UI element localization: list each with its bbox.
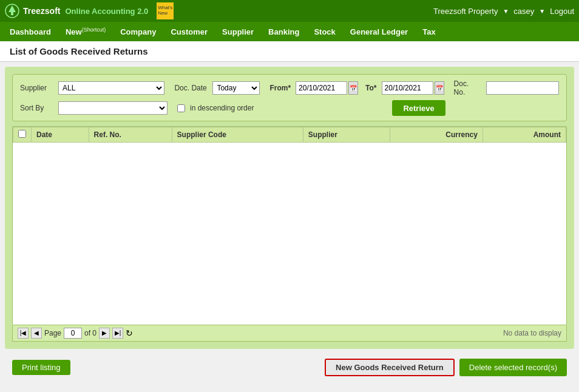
doc-no-input[interactable] [486,81,559,95]
from-date-cal-btn[interactable]: 📅 [348,81,358,95]
table-body [13,143,566,325]
nav-new[interactable]: New(Shortcut) [58,23,113,40]
user-dropdown[interactable]: casey [513,7,534,16]
pagination: |◀ ◀ Page of 0 ▶ ▶| ↻ No data to display [12,325,567,342]
logo-area: Treezsoft Online Accounting 2.0 What's N… [5,2,174,19]
sort-by-select[interactable] [58,101,168,115]
treezsoft-logo-icon [5,4,19,18]
select-all-checkbox[interactable] [18,130,26,138]
sticky-note-icon: What's New [157,2,174,19]
refresh-btn[interactable]: ↻ [126,328,133,338]
supplier-filter-label: Supplier [20,84,53,92]
col-date: Date [32,127,89,143]
navbar: Dashboard New(Shortcut) Company Customer… [0,22,579,41]
nav-tax[interactable]: Tax [415,24,442,40]
retrieve-button[interactable]: Retrieve [392,100,445,116]
svg-rect-2 [11,12,13,15]
descending-label: in descending order [190,104,254,112]
page-label: Page [44,329,61,337]
user-dropdown-arrow[interactable]: ▼ [539,8,545,15]
doc-date-select[interactable]: Today [212,81,260,95]
col-supplier-code: Supplier Code [172,127,303,143]
descending-checkbox[interactable] [177,104,185,112]
filter-row-2: Sort By in descending order Retrieve [20,100,559,116]
logout-link[interactable]: Logout [550,7,574,16]
new-goods-received-return-button[interactable]: New Goods Received Return [325,359,455,376]
col-amount: Amount [482,127,566,143]
company-dropdown-arrow[interactable]: ▼ [503,8,509,15]
page-number-input[interactable] [64,328,82,339]
doc-date-label: Doc. Date [174,84,208,92]
delete-selected-button[interactable]: Delete selected record(s) [459,359,567,376]
to-date-cal-btn[interactable]: 📅 [435,81,444,95]
from-date-wrap: 📅 [296,81,358,95]
filter-row-1: Supplier ALL Doc. Date Today From* 📅 To*… [20,79,559,96]
first-page-btn[interactable]: |◀ [18,328,29,339]
print-listing-button[interactable]: Print listing [12,360,70,375]
table-header-row: Date Ref. No. Supplier Code Supplier Cur… [13,127,566,143]
data-table: Date Ref. No. Supplier Code Supplier Cur… [13,127,566,325]
nav-customer[interactable]: Customer [163,24,215,40]
col-currency: Currency [390,127,482,143]
prev-page-btn[interactable]: ◀ [31,328,42,339]
app-name: Online Accounting 2.0 [65,7,148,16]
from-label: From* [269,84,291,92]
nav-company[interactable]: Company [113,24,163,40]
page-title-bar: List of Goods Received Returns [0,41,579,62]
nav-general-ledger[interactable]: General Ledger [343,24,415,40]
of-label: of 0 [84,329,96,337]
logo-text: Treezsoft [23,6,60,16]
to-label: To* [365,84,376,92]
col-supplier: Supplier [303,127,390,143]
sort-by-label: Sort By [20,104,53,112]
nav-dashboard[interactable]: Dashboard [2,24,58,40]
col-ref-no: Ref. No. [89,127,172,143]
next-page-btn[interactable]: ▶ [99,328,110,339]
data-table-wrap: Date Ref. No. Supplier Code Supplier Cur… [12,126,567,325]
nav-supplier[interactable]: Supplier [215,24,261,40]
supplier-select[interactable]: ALL [58,81,164,95]
from-date-input[interactable] [296,81,347,95]
main-content: Supplier ALL Doc. Date Today From* 📅 To*… [5,67,574,349]
top-right-area: Treezsoft Property ▼ casey ▼ Logout [433,7,574,16]
nav-banking[interactable]: Banking [261,24,306,40]
doc-no-label: Doc. No. [454,79,481,96]
right-action-buttons: New Goods Received Return Delete selecte… [325,359,567,376]
last-page-btn[interactable]: ▶| [112,328,123,339]
no-data-text: No data to display [503,329,561,337]
empty-row [13,143,566,325]
topbar: Treezsoft Online Accounting 2.0 What's N… [0,0,579,22]
bottom-bar: Print listing New Goods Received Return … [5,354,574,381]
to-date-input[interactable] [382,81,433,95]
company-dropdown[interactable]: Treezsoft Property [433,7,498,16]
filter-area: Supplier ALL Doc. Date Today From* 📅 To*… [12,74,567,121]
col-select [13,127,32,143]
to-date-wrap: 📅 [382,81,444,95]
nav-stock[interactable]: Stock [306,24,342,40]
page-title: List of Goods Received Returns [10,46,569,56]
